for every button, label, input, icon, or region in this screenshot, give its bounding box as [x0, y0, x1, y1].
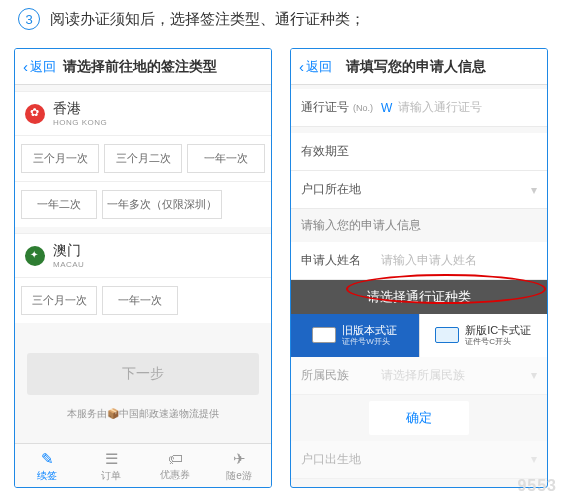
modal-title: 请选择通行证种类	[291, 280, 547, 314]
mo-options-row: 三个月一次 一年一次	[15, 278, 271, 323]
tab-label: 优惠券	[160, 469, 190, 480]
field-label: 通行证号(No.)	[301, 99, 381, 116]
step-number-circle: 3	[18, 8, 40, 30]
pass-number-row[interactable]: 通行证号(No.) W 请输入通行证号	[291, 89, 547, 127]
tab-coupons[interactable]: 🏷 优惠券	[143, 444, 207, 487]
nav-title: 请选择前往地的签注类型	[16, 58, 263, 76]
hukou-row[interactable]: 户口所在地 ▾	[291, 171, 547, 209]
passport-booklet-icon	[312, 327, 336, 343]
watermark: 9553	[517, 477, 557, 495]
ethnic-row[interactable]: 所属民族 请选择所属民族 ▾	[291, 357, 547, 395]
modal-options: 旧版本式证 证件号W开头 新版IC卡式证 证件号C开头	[291, 314, 547, 357]
field-label: 户口出生地	[301, 451, 381, 468]
nav-bar: ‹ 返回 请选择前往地的签注类型	[15, 49, 271, 85]
option-sub: 证件号C开头	[465, 337, 531, 347]
modal-option-new[interactable]: 新版IC卡式证 证件号C开头	[419, 314, 548, 357]
visa-option[interactable]: 三个月一次	[21, 144, 99, 173]
macau-flag-icon	[25, 246, 45, 266]
tab-label: 续签	[37, 470, 57, 481]
visa-option[interactable]: 三个月二次	[104, 144, 182, 173]
service-footer: 本服务由📦中国邮政速递物流提供	[15, 407, 271, 421]
ic-card-icon	[435, 327, 459, 343]
tab-bar: ✎ 续签 ☰ 订单 🏷 优惠券 ✈ 随e游	[15, 443, 271, 487]
chevron-down-icon: ▾	[531, 368, 537, 382]
option-name: 新版IC卡式证	[465, 324, 531, 337]
region-sub: HONG KONG	[53, 118, 107, 127]
pass-number-placeholder: 请输入通行证号	[398, 99, 537, 116]
tab-orders[interactable]: ☰ 订单	[79, 444, 143, 487]
step-text: 阅读办证须知后，选择签注类型、通行证种类；	[50, 10, 365, 29]
tab-travel[interactable]: ✈ 随e游	[207, 444, 271, 487]
region-name: 澳门	[53, 242, 84, 260]
field-label: 户口所在地	[301, 181, 381, 198]
plane-icon: ✈	[207, 450, 271, 468]
nav-title: 请填写您的申请人信息	[292, 58, 539, 76]
field-label: 所属民族	[301, 367, 381, 384]
ethnic-placeholder: 请选择所属民族	[381, 367, 531, 384]
next-button[interactable]: 下一步	[27, 353, 259, 395]
region-sub: MACAU	[53, 260, 84, 269]
field-label: 有效期至	[301, 143, 381, 160]
region-name: 香港	[53, 100, 107, 118]
visa-option[interactable]: 一年多次（仅限深圳）	[102, 190, 222, 219]
option-name: 旧版本式证	[342, 324, 397, 337]
field-label: 申请人姓名	[301, 252, 381, 269]
visa-option[interactable]: 一年二次	[21, 190, 97, 219]
edit-icon: ✎	[15, 450, 79, 468]
phones-container: ‹ 返回 请选择前往地的签注类型 香港 HONG KONG 三个月一次 三个月二…	[0, 38, 567, 498]
region-macau-header: 澳门 MACAU	[15, 233, 271, 278]
tab-label: 随e游	[226, 470, 252, 481]
tab-renew[interactable]: ✎ 续签	[15, 444, 79, 487]
applicant-placeholder: 请输入申请人姓名	[381, 252, 537, 269]
modal-card-type: 请选择通行证种类 旧版本式证 证件号W开头 新版IC卡式证 证件号C开头	[291, 280, 547, 357]
visa-option[interactable]: 三个月一次	[21, 286, 97, 315]
list-icon: ☰	[79, 450, 143, 468]
visa-option[interactable]: 一年一次	[102, 286, 178, 315]
applicant-info-hint: 请输入您的申请人信息	[291, 209, 547, 242]
phone-right: ‹ 返回 请填写您的申请人信息 通行证号(No.) W 请输入通行证号 有效期至…	[290, 48, 548, 488]
applicant-name-row[interactable]: 申请人姓名 请输入申请人姓名	[291, 242, 547, 280]
region-hongkong-header: 香港 HONG KONG	[15, 91, 271, 136]
step-header: 3 阅读办证须知后，选择签注类型、通行证种类；	[0, 0, 567, 38]
hongkong-flag-icon	[25, 104, 45, 124]
visa-option[interactable]: 一年一次	[187, 144, 265, 173]
tag-icon: 🏷	[143, 450, 207, 467]
chevron-down-icon: ▾	[531, 183, 537, 197]
modal-option-old[interactable]: 旧版本式证 证件号W开头	[291, 314, 419, 357]
w-prefix: W	[381, 101, 392, 115]
birth-row[interactable]: 户口出生地 ▾	[291, 441, 547, 479]
option-sub: 证件号W开头	[342, 337, 397, 347]
chevron-down-icon: ▾	[531, 452, 537, 466]
modal-confirm-button[interactable]: 确定	[369, 401, 469, 435]
expiry-row[interactable]: 有效期至	[291, 133, 547, 171]
tab-label: 订单	[101, 470, 121, 481]
nav-bar: ‹ 返回 请填写您的申请人信息	[291, 49, 547, 85]
hk-options-row2: 一年二次 一年多次（仅限深圳）	[15, 182, 271, 227]
hk-options-row1: 三个月一次 三个月二次 一年一次	[15, 136, 271, 182]
phone-left: ‹ 返回 请选择前往地的签注类型 香港 HONG KONG 三个月一次 三个月二…	[14, 48, 272, 488]
